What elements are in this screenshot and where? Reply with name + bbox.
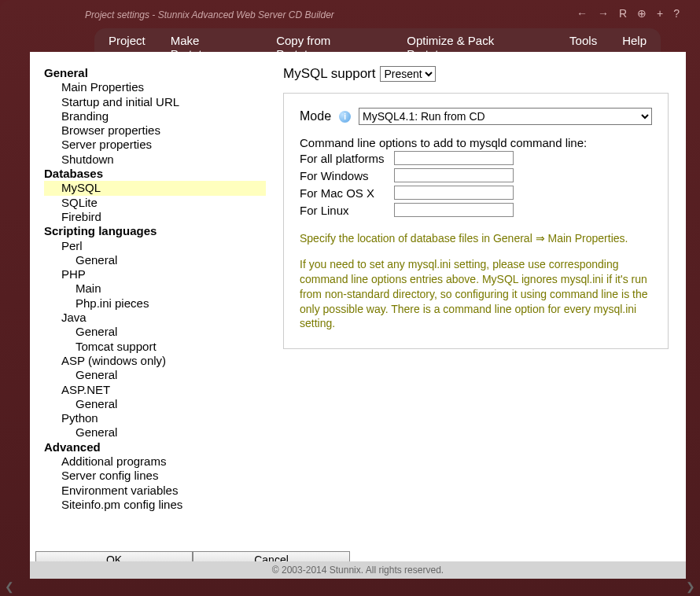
row-linux: For Linux — [300, 203, 652, 217]
add-icon[interactable]: + — [657, 7, 663, 20]
sidebar-item[interactable]: Server properties — [44, 138, 266, 152]
sidebar-item[interactable]: ASP (windows only) — [44, 354, 266, 368]
sidebar-item[interactable]: Startup and initial URL — [44, 95, 266, 109]
sidebar-item[interactable]: General — [44, 368, 266, 382]
content-area: GeneralMain PropertiesStartup and initia… — [30, 52, 686, 579]
sidebar-item[interactable]: General — [44, 325, 266, 339]
label-all-platforms: For all platforms — [300, 152, 394, 165]
scroll-arrows: ❮ ❯ — [5, 580, 695, 593]
form-panel: Mode i MySQL4.1: Run from CD Command lin… — [283, 93, 669, 349]
sidebar-item[interactable]: SQLite — [44, 196, 266, 210]
mysql-support-select[interactable]: Present — [380, 66, 436, 82]
mode-select[interactable]: MySQL4.1: Run from CD — [359, 108, 652, 125]
sidebar-item[interactable]: PHP — [44, 267, 266, 281]
sidebar-tree: GeneralMain PropertiesStartup and initia… — [30, 52, 266, 579]
label-linux: For Linux — [300, 204, 394, 217]
sidebar-item[interactable]: Branding — [44, 109, 266, 123]
cmd-caption: Command line options to add to mysqld co… — [300, 136, 652, 149]
sidebar-item[interactable]: General — [44, 253, 266, 267]
mode-label: Mode — [300, 109, 331, 123]
sidebar-item[interactable]: Siteinfo.pm config lines — [44, 498, 266, 512]
row-macosx: For Mac OS X — [300, 186, 652, 200]
input-all-platforms[interactable] — [394, 151, 514, 165]
sidebar-item[interactable]: MySQL — [44, 181, 266, 195]
forward-icon[interactable]: → — [598, 7, 609, 20]
back-icon[interactable]: ← — [577, 7, 588, 20]
sidebar-item[interactable]: Shutdown — [44, 153, 266, 167]
help-text-1: Specify the location of database files i… — [300, 231, 652, 246]
reload-icon[interactable]: R — [619, 7, 627, 20]
scroll-right-icon[interactable]: ❯ — [686, 580, 695, 593]
sidebar-item[interactable]: Firebird — [44, 210, 266, 224]
row-windows: For Windows — [300, 168, 652, 182]
help-text-2: If you need to set any mysql.ini setting… — [300, 257, 652, 331]
titlebar: Project settings - Stunnix Advanced Web … — [0, 0, 700, 25]
sidebar-section[interactable]: General — [44, 66, 266, 80]
window-title: Project settings - Stunnix Advanced Web … — [85, 9, 334, 20]
sidebar-item[interactable]: General — [44, 425, 266, 440]
main-panel: MySQL support Present Mode i MySQL4.1: R… — [266, 52, 686, 579]
input-windows[interactable] — [394, 168, 514, 182]
mode-row: Mode i MySQL4.1: Run from CD — [300, 108, 652, 125]
info-icon[interactable]: i — [339, 111, 351, 123]
main-header-title: MySQL support — [283, 66, 375, 82]
app-window: Project settings - Stunnix Advanced Web … — [0, 0, 700, 596]
sidebar-section[interactable]: Advanced — [44, 440, 266, 454]
sidebar-section[interactable]: Databases — [44, 167, 266, 181]
row-all-platforms: For all platforms — [300, 151, 652, 165]
label-windows: For Windows — [300, 169, 394, 182]
help-icon[interactable]: ? — [673, 7, 680, 20]
sidebar-item[interactable]: Java — [44, 311, 266, 325]
label-macosx: For Mac OS X — [300, 186, 394, 200]
sidebar-item[interactable]: Server config lines — [44, 469, 266, 483]
input-macosx[interactable] — [394, 186, 514, 200]
input-linux[interactable] — [394, 203, 514, 217]
target-icon[interactable]: ⊕ — [637, 7, 647, 20]
sidebar-item[interactable]: Tomcat support — [44, 340, 266, 354]
footer: © 2003-2014 Stunnix. All rights reserved… — [30, 561, 686, 579]
main-header: MySQL support Present — [283, 66, 669, 82]
sidebar-item[interactable]: Python — [44, 411, 266, 425]
sidebar-item[interactable]: Php.ini pieces — [44, 296, 266, 311]
titlebar-icons: ← → R ⊕ + ? — [577, 7, 680, 20]
sidebar-item[interactable]: General — [44, 397, 266, 411]
sidebar-item[interactable]: Perl — [44, 239, 266, 253]
sidebar-item[interactable]: Main — [44, 281, 266, 296]
sidebar-section[interactable]: Scripting languages — [44, 224, 266, 238]
sidebar-item[interactable]: Main Properties — [44, 80, 266, 94]
sidebar-item[interactable]: Additional programs — [44, 454, 266, 469]
sidebar-item[interactable]: Browser properties — [44, 123, 266, 138]
sidebar-item[interactable]: ASP.NET — [44, 383, 266, 397]
sidebar-item[interactable]: Environment variables — [44, 484, 266, 498]
scroll-left-icon[interactable]: ❮ — [5, 580, 14, 593]
